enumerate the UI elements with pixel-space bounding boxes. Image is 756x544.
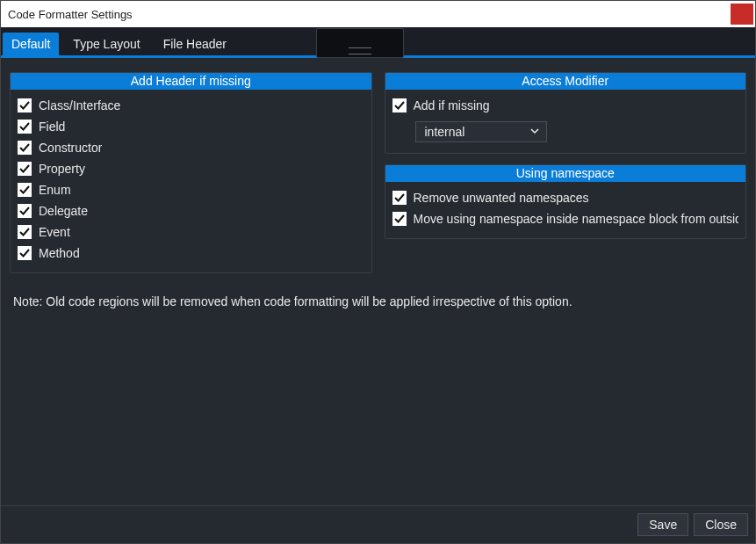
checkbox-icon	[18, 246, 32, 260]
panel-access-modifier: Access Modifier Add if missing internal	[385, 72, 747, 154]
check-label: Delegate	[39, 204, 88, 218]
panel-header: Access Modifier	[385, 73, 746, 90]
check-label: Class/Interface	[39, 98, 120, 112]
check-method[interactable]: Method	[18, 243, 364, 264]
checkbox-icon	[392, 191, 407, 205]
checkbox-icon	[18, 98, 32, 112]
check-enum[interactable]: Enum	[18, 179, 364, 200]
check-label: Move using namespace inside namespace bl…	[414, 212, 739, 226]
panel-body: Add if missing internal	[385, 90, 746, 153]
select-value: internal	[425, 125, 465, 139]
check-class-interface[interactable]: Class/Interface	[18, 95, 364, 116]
client-area: Default Type Layout File Header Add Head…	[1, 27, 755, 543]
check-remove-unwanted-namespaces[interactable]: Remove unwanted namespaces	[392, 187, 739, 208]
check-field[interactable]: Field	[18, 116, 364, 137]
check-event[interactable]: Event	[18, 221, 364, 243]
button-label: Close	[705, 518, 737, 532]
panel-body: Class/Interface Field Constructor	[11, 90, 371, 272]
tab-type-layout[interactable]: Type Layout	[64, 33, 148, 55]
tab-label: Default	[11, 37, 50, 51]
check-label: Field	[39, 120, 65, 134]
right-column: Access Modifier Add if missing internal	[385, 72, 747, 284]
note-text: Note: Old code regions will be removed w…	[13, 294, 746, 308]
check-constructor[interactable]: Constructor	[18, 137, 364, 158]
access-modifier-select[interactable]: internal	[415, 121, 547, 142]
checkbox-icon	[18, 225, 32, 239]
check-label: Enum	[39, 183, 71, 197]
left-column: Add Header if missing Class/Interface Fi…	[10, 72, 372, 284]
checkbox-icon	[18, 141, 32, 155]
check-label: Add if missing	[414, 98, 490, 112]
save-button[interactable]: Save	[637, 513, 688, 536]
dialog-footer: Save Close	[1, 505, 755, 543]
panel-body: Remove unwanted namespaces Move using na…	[385, 182, 746, 238]
checkbox-icon	[392, 98, 407, 112]
window-close-button[interactable]	[731, 4, 753, 25]
check-label: Remove unwanted namespaces	[414, 191, 589, 205]
tab-label: Type Layout	[73, 37, 140, 51]
titlebar: Code Formatter Settings	[1, 1, 755, 27]
checkbox-icon	[18, 183, 32, 197]
panel-header: Add Header if missing	[11, 73, 371, 90]
check-label: Method	[39, 246, 80, 260]
check-move-using-namespace[interactable]: Move using namespace inside namespace bl…	[392, 208, 739, 229]
panel-using-namespace: Using namespace Remove unwanted namespac…	[385, 164, 747, 239]
window-title: Code Formatter Settings	[8, 8, 133, 21]
panel-add-header: Add Header if missing Class/Interface Fi…	[10, 72, 372, 273]
check-add-if-missing[interactable]: Add if missing	[392, 95, 739, 116]
settings-window: Code Formatter Settings Default Type Lay…	[0, 0, 756, 544]
chevron-down-icon	[530, 126, 539, 138]
close-button[interactable]: Close	[694, 513, 748, 536]
tab-file-header[interactable]: File Header	[155, 33, 235, 55]
check-label: Event	[39, 225, 70, 239]
check-delegate[interactable]: Delegate	[18, 200, 364, 221]
checkbox-icon	[18, 120, 32, 134]
check-label: Property	[39, 162, 85, 176]
tab-default[interactable]: Default	[3, 33, 59, 55]
background-thumbnail	[316, 28, 404, 58]
checkbox-icon	[18, 162, 32, 176]
tab-content: Add Header if missing Class/Interface Fi…	[1, 58, 755, 505]
panel-header: Using namespace	[385, 165, 746, 182]
check-label: Constructor	[39, 141, 102, 155]
checkbox-icon	[392, 212, 407, 226]
checkbox-icon	[18, 204, 32, 218]
tab-label: File Header	[163, 37, 227, 51]
check-property[interactable]: Property	[18, 158, 364, 179]
button-label: Save	[649, 518, 677, 532]
